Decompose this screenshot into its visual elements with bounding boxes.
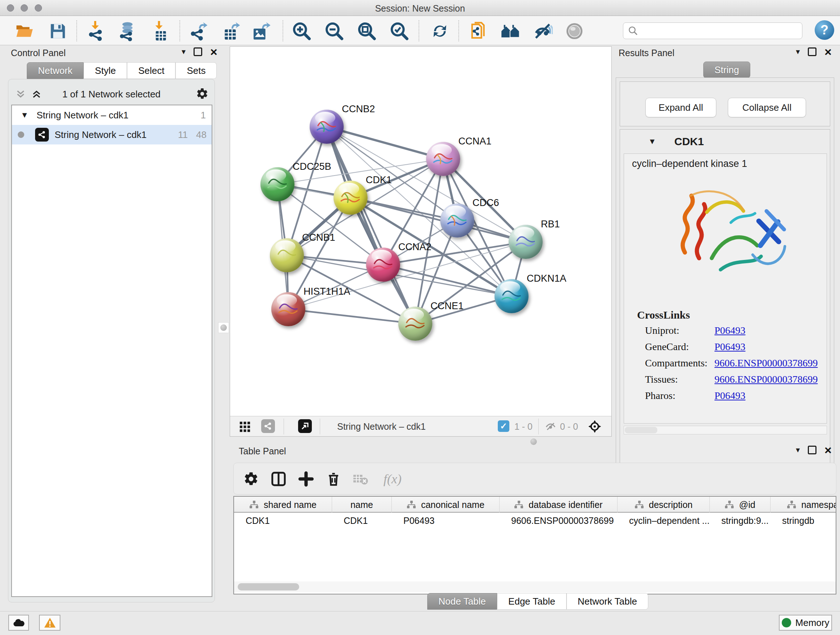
open-session-button[interactable] bbox=[14, 21, 35, 41]
cloud-button[interactable] bbox=[8, 615, 29, 631]
table-hscrollbar[interactable] bbox=[234, 581, 836, 592]
table-cell[interactable]: CDK1 bbox=[332, 514, 392, 527]
function-builder-button[interactable]: f(x) bbox=[376, 469, 409, 489]
network-collection-row[interactable]: ▼ String Network – cdk1 1 bbox=[12, 105, 212, 125]
column-header-description[interactable]: description bbox=[617, 497, 710, 513]
column-header-name[interactable]: name bbox=[332, 497, 392, 513]
save-session-button[interactable] bbox=[48, 21, 68, 41]
protein-section-header[interactable]: ▼ CDK1 bbox=[620, 130, 830, 154]
table-cell[interactable]: stringdb bbox=[771, 514, 836, 527]
add-column-button[interactable] bbox=[296, 469, 316, 489]
panel-menu-icon[interactable]: ▾ bbox=[796, 47, 800, 57]
left-splitter-grip[interactable] bbox=[218, 322, 229, 333]
tree-expanded-icon[interactable]: ▼ bbox=[21, 111, 28, 120]
panel-close-icon[interactable]: × bbox=[210, 48, 218, 56]
table-cell[interactable]: cyclin–dependent ... bbox=[617, 514, 710, 527]
selected-nodes-checkbox[interactable]: ✓ bbox=[498, 420, 509, 432]
clear-table-button[interactable] bbox=[350, 469, 370, 489]
hide-glasses-button[interactable] bbox=[532, 21, 553, 41]
column-header-database-identifier[interactable]: database identifier bbox=[500, 497, 617, 513]
column-header-shared-name[interactable]: shared name bbox=[234, 497, 332, 513]
crosslink-link[interactable]: 9606.ENSP00000378699 bbox=[714, 357, 818, 369]
column-header--id[interactable]: @id bbox=[710, 497, 771, 513]
export-network-button[interactable] bbox=[189, 21, 209, 41]
network-node-ccnb2[interactable] bbox=[309, 110, 344, 144]
table-hscroll-thumb[interactable] bbox=[238, 583, 299, 591]
tab-network[interactable]: Network bbox=[27, 62, 84, 79]
string-sphere-button[interactable] bbox=[564, 21, 584, 41]
crosslink-link[interactable]: P06493 bbox=[714, 341, 745, 353]
crosshair-icon[interactable] bbox=[587, 419, 602, 434]
panel-close-icon[interactable]: × bbox=[824, 446, 832, 454]
network-node-cdk1[interactable] bbox=[333, 181, 368, 215]
search-field[interactable] bbox=[623, 22, 802, 39]
network-node-cdc25b[interactable] bbox=[261, 167, 294, 201]
network-edge[interactable] bbox=[288, 309, 415, 324]
gear-icon[interactable] bbox=[196, 87, 209, 100]
panel-menu-icon[interactable]: ▾ bbox=[182, 47, 186, 57]
network-row[interactable]: String Network – cdk1 11 48 bbox=[12, 125, 212, 144]
zoom-fit-button[interactable] bbox=[357, 21, 377, 41]
help-button[interactable]: ? bbox=[815, 20, 834, 40]
tab-string[interactable]: String bbox=[703, 62, 750, 78]
column-header-canonical-name[interactable]: canonical name bbox=[392, 497, 500, 513]
network-edge[interactable] bbox=[351, 198, 526, 242]
panel-float-icon[interactable] bbox=[808, 48, 816, 56]
export-image-button[interactable] bbox=[251, 21, 271, 41]
table-settings-button[interactable] bbox=[241, 469, 261, 489]
network-node-cdkn1a[interactable] bbox=[494, 279, 529, 313]
crosslink-link[interactable]: P06493 bbox=[714, 390, 745, 402]
panel-float-icon[interactable] bbox=[808, 446, 816, 454]
network-share-icon[interactable] bbox=[261, 419, 275, 433]
zoom-in-button[interactable] bbox=[292, 21, 312, 41]
collapse-all-button[interactable]: Collapse All bbox=[728, 98, 806, 117]
import-table-file-button[interactable] bbox=[149, 21, 169, 41]
crosslink-link[interactable]: 9606.ENSP00000378699 bbox=[714, 374, 818, 385]
zoom-selected-button[interactable] bbox=[389, 21, 409, 41]
tab-style[interactable]: Style bbox=[84, 62, 127, 79]
zoom-out-button[interactable] bbox=[324, 21, 344, 41]
table-cell[interactable]: stringdb:9... bbox=[710, 514, 771, 527]
birdseye-view-icon[interactable] bbox=[298, 419, 312, 433]
selected-counter: 1 - 0 bbox=[515, 421, 532, 432]
panel-close-icon[interactable]: × bbox=[824, 48, 832, 56]
table-cell[interactable]: P06493 bbox=[392, 514, 500, 527]
expand-all-button[interactable]: Expand All bbox=[645, 98, 716, 117]
network-node-rb1[interactable] bbox=[508, 225, 543, 259]
network-node-cdc6[interactable] bbox=[440, 203, 474, 238]
crosslink-row: GeneCard:P06493 bbox=[624, 341, 827, 357]
network-list-toolbar: 1 of 1 Network selected bbox=[8, 86, 215, 102]
section-expanded-icon[interactable]: ▼ bbox=[648, 137, 656, 146]
tab-sets[interactable]: Sets bbox=[175, 62, 217, 79]
panel-menu-icon[interactable]: ▾ bbox=[796, 445, 800, 455]
export-table-button[interactable] bbox=[221, 21, 242, 41]
table-cell[interactable]: 9606.ENSP00000378699 bbox=[500, 514, 617, 527]
tab-edge-table[interactable]: Edge Table bbox=[497, 593, 567, 610]
search-input[interactable] bbox=[638, 26, 794, 36]
results-hscrollbar[interactable] bbox=[624, 426, 827, 434]
column-header-namespace[interactable]: namespace bbox=[771, 497, 836, 513]
tab-select[interactable]: Select bbox=[127, 62, 175, 79]
tab-node-table[interactable]: Node Table bbox=[427, 593, 497, 610]
delete-column-button[interactable] bbox=[324, 469, 344, 489]
crosslink-link[interactable]: P06493 bbox=[714, 325, 745, 336]
panel-float-icon[interactable] bbox=[194, 48, 202, 56]
network-canvas[interactable]: CCNB2CCNA1CDC25BCDK1CDC6RB1CCNB1CCNA2CDK… bbox=[230, 47, 611, 416]
network-node-ccne1[interactable] bbox=[398, 307, 432, 340]
network-node-ccna2[interactable] bbox=[366, 248, 400, 282]
grid-view-icon[interactable] bbox=[239, 421, 251, 433]
table-cell[interactable]: CDK1 bbox=[234, 514, 332, 527]
network-node-ccna1[interactable] bbox=[426, 142, 460, 176]
import-network-database-button[interactable] bbox=[117, 21, 137, 41]
node-structure-glyph bbox=[316, 118, 338, 137]
network-file-button[interactable] bbox=[470, 21, 490, 41]
refresh-button[interactable] bbox=[430, 21, 450, 41]
string-home-button[interactable] bbox=[501, 21, 521, 41]
show-columns-button[interactable] bbox=[268, 469, 289, 489]
import-network-file-button[interactable] bbox=[86, 21, 106, 41]
tab-network-table[interactable]: Network Table bbox=[567, 593, 648, 610]
warnings-button[interactable] bbox=[39, 615, 60, 631]
memory-button[interactable]: Memory bbox=[779, 615, 832, 631]
network-node-hist1h1a[interactable] bbox=[271, 292, 305, 326]
network-node-ccnb1[interactable] bbox=[270, 238, 304, 272]
